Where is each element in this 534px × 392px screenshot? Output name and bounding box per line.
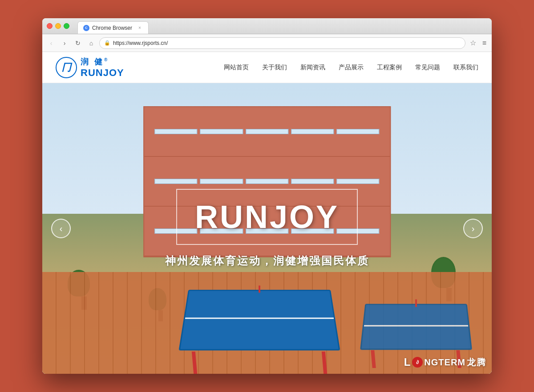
tab-area: C Chrome Browser × [77, 18, 149, 34]
security-icon: 🔒 [104, 40, 110, 46]
slider-prev-button[interactable]: ‹ [51, 219, 71, 238]
longterm-icon: ∂ [412, 357, 423, 368]
main-nav: 网站首页关于我们新闻资讯产品展示工程案例常见问题联系我们 [224, 64, 478, 72]
chevron-right-icon: › [472, 224, 475, 234]
hero-slogan: 神州发展体育运动，润健增强国民体质 [165, 254, 369, 268]
home-button[interactable]: ⌂ [86, 38, 97, 48]
back-button[interactable]: ‹ [46, 38, 57, 48]
nav-item-3[interactable]: 产品展示 [339, 64, 364, 72]
address-bar: ‹ › ↻ ⌂ 🔒 https://www.rjsports.cn/ ☆ ≡ [42, 34, 492, 52]
longterm-chinese: 龙腾 [467, 356, 486, 368]
nav-item-4[interactable]: 工程案例 [377, 64, 402, 72]
hero-section: RUNJOY 神州发展体育运动，润健增强国民体质 ‹ › L ∂ [42, 83, 492, 374]
site-header: 冂 润 健® RUNJOY 网站首页关于我们新闻资讯产品展示工程案例常见问题联系… [42, 52, 492, 83]
menu-button[interactable]: ≡ [481, 39, 488, 47]
title-bar: C Chrome Browser × [42, 18, 492, 34]
hero-brand-text: RUNJOY [195, 199, 339, 235]
longterm-text-rest: NGTERM [424, 357, 465, 368]
logo-icon: 冂 [56, 57, 77, 78]
maximize-window-button[interactable] [64, 23, 69, 29]
longterm-text-l: L [404, 356, 411, 368]
browser-tab[interactable]: C Chrome Browser × [77, 21, 149, 34]
nav-item-6[interactable]: 联系我们 [453, 64, 478, 72]
minimize-window-button[interactable] [55, 23, 61, 29]
logo-chinese: 润 健® [81, 56, 124, 67]
logo-text: 润 健® RUNJOY [81, 56, 124, 79]
nav-item-2[interactable]: 新闻资讯 [300, 64, 325, 72]
slider-next-button[interactable]: › [463, 219, 483, 238]
hero-overlay: RUNJOY 神州发展体育运动，润健增强国民体质 [42, 83, 492, 374]
url-text: https://www.rjsports.cn/ [113, 40, 168, 46]
traffic-lights [47, 23, 69, 29]
browser-window: C Chrome Browser × ‹ › ↻ ⌂ 🔒 https://www… [42, 18, 492, 374]
logo-symbol: 冂 [61, 61, 71, 74]
desktop: C Chrome Browser × ‹ › ↻ ⌂ 🔒 https://www… [0, 0, 534, 392]
tab-close-button[interactable]: × [137, 25, 143, 31]
bookmark-button[interactable]: ☆ [468, 39, 478, 47]
tab-favicon: C [83, 25, 89, 31]
close-window-button[interactable] [47, 23, 53, 29]
url-bar[interactable]: 🔒 https://www.rjsports.cn/ [99, 37, 465, 49]
refresh-button[interactable]: ↻ [73, 38, 83, 48]
hero-background: RUNJOY 神州发展体育运动，润健增强国民体质 ‹ › L ∂ [42, 83, 492, 374]
nav-item-0[interactable]: 网站首页 [224, 64, 249, 72]
nav-item-5[interactable]: 常见问题 [415, 64, 440, 72]
longterm-watermark: L ∂ NGTERM 龙腾 [404, 356, 486, 368]
forward-button[interactable]: › [59, 38, 70, 48]
nav-item-1[interactable]: 关于我们 [262, 64, 287, 72]
tab-label: Chrome Browser [92, 25, 132, 31]
chevron-left-icon: ‹ [60, 224, 63, 234]
logo-area: 冂 润 健® RUNJOY [56, 56, 154, 79]
website-content: 冂 润 健® RUNJOY 网站首页关于我们新闻资讯产品展示工程案例常见问题联系… [42, 52, 492, 374]
hero-frame: RUNJOY [176, 189, 358, 245]
logo-brand: RUNJOY [81, 67, 124, 79]
